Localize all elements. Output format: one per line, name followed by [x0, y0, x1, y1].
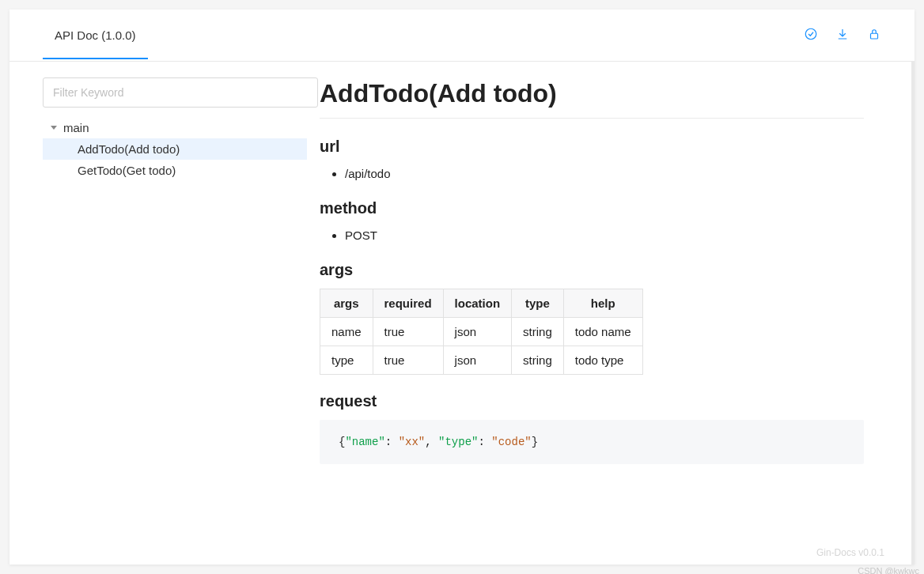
- footer-version: Gin-Docs v0.0.1: [816, 547, 884, 558]
- col-args: args: [320, 289, 373, 318]
- col-required: required: [373, 289, 443, 318]
- tree-node-label: main: [63, 121, 89, 134]
- tree-node-main[interactable]: main: [43, 117, 307, 138]
- col-location: location: [443, 289, 512, 318]
- col-type: type: [512, 289, 564, 318]
- titlebar: API Doc (1.0.0): [9, 9, 915, 62]
- section-url-heading: url: [320, 138, 864, 156]
- app-window: API Doc (1.0.0) main AddTodo(Add todo): [9, 9, 915, 565]
- section-args-heading: args: [320, 261, 864, 279]
- args-header-row: args required location type help: [320, 289, 643, 318]
- method-list: POST: [320, 227, 864, 244]
- svg-point-0: [805, 28, 816, 40]
- filter-input[interactable]: [43, 77, 318, 108]
- watermark: CSDN @kwkwc: [858, 566, 919, 574]
- nav-tree: main AddTodo(Add todo) GetTodo(Get todo): [43, 117, 307, 181]
- request-codeblock: {"name": "xx", "type": "code"}: [320, 420, 864, 464]
- url-list: /api/todo: [320, 165, 864, 182]
- lock-icon[interactable]: [867, 27, 881, 43]
- content-pane: AddTodo(Add todo) url /api/todo method P…: [307, 62, 915, 565]
- chevron-down-icon: [51, 126, 57, 130]
- url-value: /api/todo: [345, 165, 864, 182]
- download-icon[interactable]: [835, 27, 850, 43]
- table-row: type true json string todo type: [320, 346, 643, 375]
- toolbar: [804, 27, 881, 43]
- page-title: AddTodo(Add todo): [320, 79, 864, 119]
- method-value: POST: [345, 227, 864, 244]
- tree-item-addtodo[interactable]: AddTodo(Add todo): [43, 138, 307, 160]
- section-method-heading: method: [320, 199, 864, 217]
- section-request-heading: request: [320, 392, 864, 410]
- args-table: args required location type help name tr…: [320, 289, 643, 375]
- tree-item-gettodo[interactable]: GetTodo(Get todo): [43, 160, 307, 181]
- svg-rect-1: [871, 33, 878, 39]
- col-help: help: [563, 289, 642, 318]
- sidebar: main AddTodo(Add todo) GetTodo(Get todo): [9, 62, 307, 565]
- table-row: name true json string todo name: [320, 318, 643, 346]
- tab-api-doc[interactable]: API Doc (1.0.0): [43, 11, 148, 59]
- body: main AddTodo(Add todo) GetTodo(Get todo)…: [9, 62, 915, 565]
- refresh-icon[interactable]: [804, 27, 818, 43]
